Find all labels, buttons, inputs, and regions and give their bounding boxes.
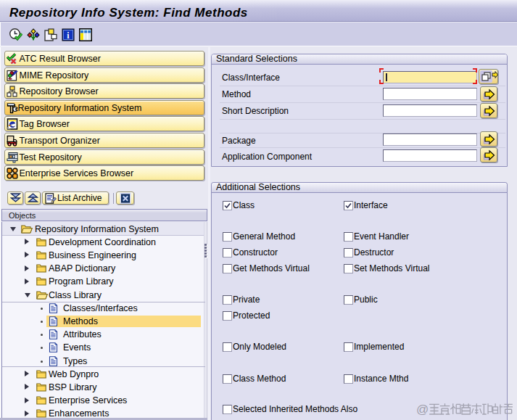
svg-text:@: @ [416, 403, 429, 416]
